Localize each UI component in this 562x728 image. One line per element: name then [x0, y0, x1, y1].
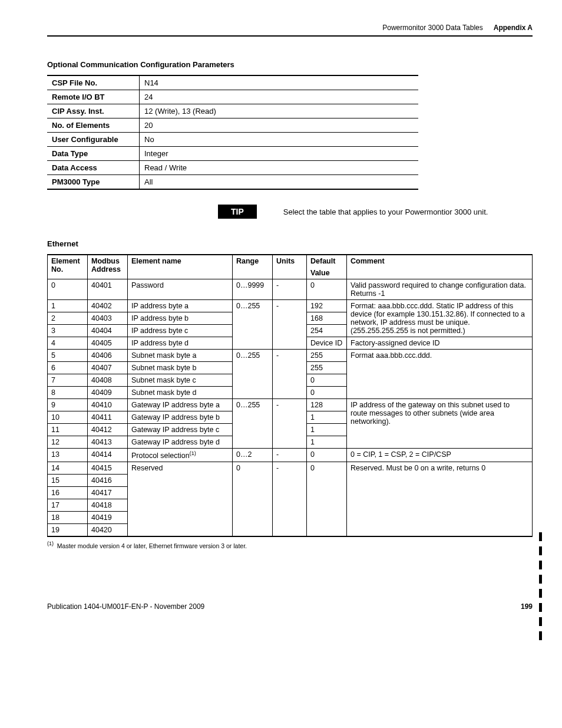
cell: IP address byte b [128, 312, 233, 325]
cell: 1 [307, 424, 347, 436]
cell: Subnet mask byte a [128, 350, 233, 362]
cell: 0 [307, 279, 347, 300]
cell: IP address of the gateway on this subnet… [347, 399, 533, 449]
params-table: CSP File No.N14 Remote I/O BT24 CIP Assy… [47, 75, 418, 190]
page-header: Powermonitor 3000 Data Tables Appendix A [47, 24, 533, 37]
cell: 40419 [88, 512, 128, 524]
cell: 0 [307, 462, 347, 537]
table-row: 9 40410 Gateway IP address byte a 0…255 … [48, 399, 533, 411]
param-label: PM3000 Type [47, 175, 140, 190]
param-label: CSP File No. [47, 75, 140, 90]
cell: 0 [307, 387, 347, 399]
cell: Subnet mask byte d [128, 387, 233, 399]
cell: 40420 [88, 524, 128, 537]
col-comment: Comment [347, 255, 533, 279]
cell: 8 [48, 387, 88, 399]
cell: Reserved. Must be 0 on a write, returns … [347, 462, 533, 537]
tip-callout: TIP Select the table that applies to you… [218, 205, 533, 219]
cell: Factory-assigned device ID [347, 337, 533, 350]
footnote-sup: (1) [47, 541, 54, 546]
table-row: 0 40401 Password 0…9999 - 0 Valid passwo… [48, 279, 533, 300]
cell: 1 [307, 436, 347, 449]
publication-info: Publication 1404-UM001F-EN-P - November … [47, 602, 204, 611]
cell: 0 [307, 449, 347, 462]
section-title-ethernet: Ethernet [47, 239, 533, 248]
param-label: User Configurable [47, 133, 140, 147]
cell: 40401 [88, 279, 128, 300]
table-row: 13 40414 Protocol selection(1) 0…2 - 0 0… [48, 449, 533, 462]
param-value: 20 [140, 118, 419, 133]
cell: Device ID [307, 337, 347, 350]
cell: 3 [48, 325, 88, 337]
cell: 255 [307, 362, 347, 374]
cell: Gateway IP address byte a [128, 399, 233, 411]
param-value: 12 (Write), 13 (Read) [140, 104, 419, 118]
param-label: Remote I/O BT [47, 90, 140, 104]
cell: 1 [48, 300, 88, 312]
cell: 0…255 [233, 399, 273, 449]
cell: - [273, 462, 307, 537]
cell: Reserved [128, 462, 233, 537]
param-value: 24 [140, 90, 419, 104]
cell: 0 = CIP, 1 = CSP, 2 = CIP/CSP [347, 449, 533, 462]
cell: Format: aaa.bbb.ccc.ddd. Static IP addre… [347, 300, 533, 337]
cell: IP address byte d [128, 337, 233, 350]
cell: IP address byte c [128, 325, 233, 337]
cell: - [273, 300, 307, 350]
cell: 40407 [88, 362, 128, 374]
tip-text: Select the table that applies to your Po… [283, 207, 488, 216]
cell: 40403 [88, 312, 128, 325]
cell: 254 [307, 325, 347, 337]
page-number: 199 [521, 602, 533, 611]
cell: 0…255 [233, 300, 273, 350]
footnote-text: Master module version 4 or later, Ethern… [57, 542, 247, 549]
cell: Format aaa.bbb.ccc.ddd. [347, 350, 533, 399]
cell: 0…255 [233, 350, 273, 399]
cell: 15 [48, 475, 88, 487]
param-label: Data Type [47, 147, 140, 161]
cell: Password [128, 279, 233, 300]
param-label: CIP Assy. Inst. [47, 104, 140, 118]
header-appendix: Appendix A [494, 24, 533, 32]
cell: 2 [48, 312, 88, 325]
col-default: Default [307, 255, 347, 267]
cell: 40416 [88, 475, 128, 487]
cell: 6 [48, 362, 88, 374]
cell: 14 [48, 462, 88, 475]
cell: 0 [307, 374, 347, 387]
section-title-params: Optional Communication Configuration Par… [47, 60, 533, 69]
cell: 40412 [88, 424, 128, 436]
cell: 40411 [88, 411, 128, 424]
param-value: Integer [140, 147, 419, 161]
param-value: All [140, 175, 419, 190]
cell: Subnet mask byte b [128, 362, 233, 374]
tip-badge: TIP [218, 205, 257, 219]
cell: 255 [307, 350, 347, 362]
cell: Gateway IP address byte c [128, 424, 233, 436]
cell: 10 [48, 411, 88, 424]
cell: - [273, 449, 307, 462]
cell: 40406 [88, 350, 128, 362]
cell: 40415 [88, 462, 128, 475]
param-value: N14 [140, 75, 419, 90]
cell: - [273, 399, 307, 449]
col-element-name: Element name [128, 255, 233, 279]
table-row: 5 40406 Subnet mask byte a 0…255 - 255 F… [48, 350, 533, 362]
col-units: Units [273, 255, 307, 279]
footnote: (1) Master module version 4 or later, Et… [47, 541, 533, 549]
col-range: Range [233, 255, 273, 279]
cell: 13 [48, 449, 88, 462]
cell: 40414 [88, 449, 128, 462]
cell: 11 [48, 424, 88, 436]
cell: 12 [48, 436, 88, 449]
cell: 0…2 [233, 449, 273, 462]
cell: Valid password required to change config… [347, 279, 533, 300]
cell: 192 [307, 300, 347, 312]
cell: 40405 [88, 337, 128, 350]
col-element-no: Element No. [48, 255, 88, 279]
cell: - [273, 279, 307, 300]
col-modbus: Modbus Address [88, 255, 128, 279]
cell: 5 [48, 350, 88, 362]
cell: 18 [48, 512, 88, 524]
table-row: 1 40402 IP address byte a 0…255 - 192 Fo… [48, 300, 533, 312]
